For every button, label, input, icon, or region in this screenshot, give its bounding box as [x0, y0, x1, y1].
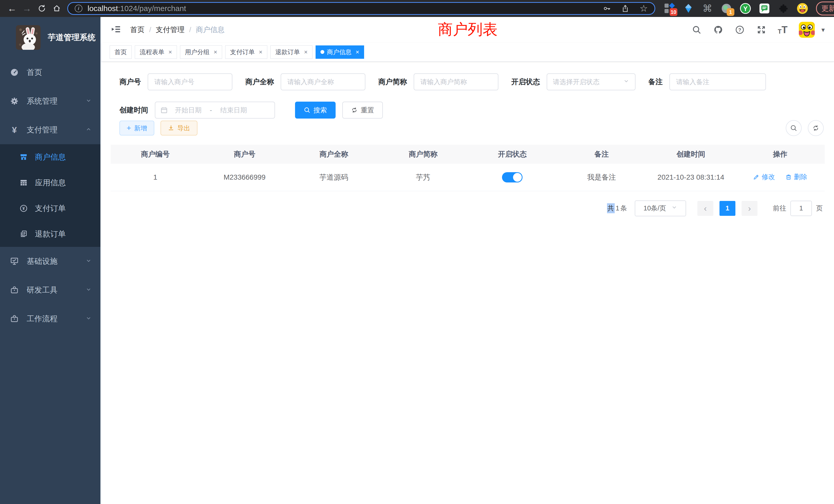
extension-circle-icon[interactable]: 1 — [721, 3, 732, 14]
extension-emoji-icon[interactable] — [796, 3, 808, 14]
bookmark-star-icon[interactable]: ☆ — [640, 4, 648, 13]
sidebar-item-home[interactable]: 首页 — [0, 58, 101, 87]
pagination: 共1条 10条/页 ‹ 1 › 前往 页 — [102, 201, 834, 216]
full-name-input[interactable] — [281, 73, 366, 90]
svg-text:Y: Y — [743, 5, 748, 12]
col-status: 开启状态 — [468, 145, 557, 164]
prev-page-button[interactable]: ‹ — [697, 201, 713, 216]
close-icon[interactable]: × — [259, 48, 262, 56]
url-text: localhost:1024/pay/merchant — [88, 4, 186, 13]
next-page-button[interactable]: › — [742, 201, 758, 216]
tab-pay-order[interactable]: 支付订单× — [225, 45, 267, 59]
sidebar-item-workflow[interactable]: 工作流程 — [0, 304, 101, 333]
app-logo-row[interactable]: 芋道管理系统 — [0, 17, 101, 58]
edit-link[interactable]: 修改 — [753, 173, 775, 181]
breadcrumb: 首页 / 支付管理 / 商户信息 — [130, 25, 225, 35]
reset-button[interactable]: 重置 — [342, 101, 383, 118]
sidebar-item-refund-order[interactable]: 退款订单 — [0, 221, 101, 247]
sidebar-item-infrastructure[interactable]: 基础设施 — [0, 247, 101, 276]
password-key-icon[interactable] — [602, 4, 611, 13]
help-icon[interactable]: ? — [734, 25, 745, 35]
browser-reload-button[interactable] — [35, 2, 49, 15]
svg-text:?: ? — [738, 27, 741, 32]
status-toggle[interactable] — [502, 172, 523, 182]
documents-icon — [20, 230, 28, 238]
sidebar-item-label: 首页 — [27, 67, 42, 78]
table-header-row: 商户编号 商户号 商户全称 商户简称 开启状态 备注 创建时间 操作 — [111, 145, 825, 164]
merchant-no-input[interactable] — [148, 73, 233, 90]
delete-link[interactable]: 删除 — [785, 173, 807, 181]
sidebar-item-system[interactable]: 系统管理 — [0, 87, 101, 115]
active-dot — [321, 50, 324, 54]
tab-user-group[interactable]: 用户分组× — [180, 45, 222, 59]
status-label: 开启状态 — [511, 77, 540, 87]
search-button[interactable]: 搜索 — [295, 101, 336, 118]
chevron-down-icon — [86, 285, 92, 294]
breadcrumb-payment[interactable]: 支付管理 — [156, 25, 184, 35]
user-avatar[interactable] — [799, 22, 815, 38]
close-icon[interactable]: × — [169, 48, 172, 56]
avatar-caret-icon[interactable]: ▾ — [821, 26, 825, 34]
cell-short-name: 芋艿 — [378, 164, 468, 191]
site-info-icon[interactable]: i — [75, 5, 83, 12]
search-form: 商户号 商户全称 商户简称 开启状态 请选择开启状态 — [102, 62, 834, 118]
breadcrumb-home[interactable]: 首页 — [130, 25, 145, 35]
close-icon[interactable]: × — [304, 48, 308, 56]
breadcrumb-current: 商户信息 — [196, 25, 225, 35]
close-icon[interactable]: × — [214, 48, 217, 56]
short-name-input[interactable] — [414, 73, 498, 90]
gear-icon — [10, 96, 19, 106]
create-time-range-picker[interactable]: 开始日期 - 结束日期 — [155, 101, 275, 118]
sidebar-item-dev-tools[interactable]: 研发工具 — [0, 276, 101, 304]
browser-forward-button[interactable]: → — [20, 2, 35, 15]
goto-page-input[interactable] — [790, 201, 812, 216]
sidebar-item-pay-order[interactable]: ¥ 支付订单 — [0, 196, 101, 221]
font-size-icon[interactable]: TT — [778, 25, 788, 35]
page-size-select[interactable]: 10条/页 — [635, 201, 686, 216]
col-actions: 操作 — [736, 145, 825, 164]
extension-grid-icon[interactable]: 10 — [663, 3, 675, 14]
extension-y-icon[interactable]: Y — [740, 3, 751, 14]
extension-puzzle-icon[interactable] — [777, 3, 789, 14]
browser-home-button[interactable] — [49, 2, 64, 15]
page-number-1[interactable]: 1 — [720, 201, 736, 216]
add-button[interactable]: + 新增 — [119, 121, 154, 136]
sidebar-item-app-info[interactable]: 应用信息 — [0, 170, 101, 196]
tab-home[interactable]: 首页 — [110, 45, 132, 59]
trash-icon — [785, 174, 792, 180]
address-bar[interactable]: i localhost:1024/pay/merchant ☆ — [67, 2, 655, 15]
export-button[interactable]: 导出 — [160, 121, 197, 136]
col-merchant-id: 商户编号 — [111, 145, 200, 164]
sidebar-item-label: 商户信息 — [35, 152, 66, 162]
share-icon[interactable] — [621, 4, 629, 13]
close-icon[interactable]: × — [356, 48, 359, 56]
tab-merchant-info[interactable]: 商户信息× — [315, 45, 364, 59]
table-row: 1 M233666999 芋道源码 芋艿 我是备注 2021-10-23 08:… — [111, 164, 825, 191]
search-icon[interactable] — [692, 25, 702, 35]
browser-update-button[interactable]: 更新 — [816, 2, 834, 16]
status-select[interactable]: 请选择开启状态 — [547, 73, 636, 90]
svg-text:¥: ¥ — [22, 206, 25, 211]
briefcase-icon — [10, 314, 19, 323]
refresh-table-button[interactable] — [808, 120, 824, 136]
fullscreen-icon[interactable] — [756, 25, 766, 35]
short-name-label: 商户简称 — [378, 77, 407, 87]
remark-input[interactable] — [670, 73, 766, 90]
sidebar-item-merchant-info[interactable]: 商户信息 — [0, 144, 101, 170]
search-icon — [790, 124, 797, 132]
extension-command-icon[interactable]: ⌘ — [702, 3, 713, 14]
sidebar-collapse-icon[interactable] — [111, 24, 121, 36]
browser-back-button[interactable]: ← — [5, 2, 20, 15]
cell-full-name: 芋道源码 — [289, 164, 378, 191]
calendar-icon — [160, 107, 168, 114]
full-name-label: 商户全称 — [245, 77, 274, 87]
extension-kite-icon[interactable] — [682, 3, 694, 14]
extension-chat-icon[interactable] — [759, 3, 770, 14]
toolbox-icon — [10, 285, 19, 295]
toggle-search-button[interactable] — [786, 120, 802, 136]
sidebar-item-payment[interactable]: ¥ 支付管理 — [0, 115, 101, 144]
github-icon[interactable] — [713, 25, 723, 35]
tab-process-form[interactable]: 流程表单× — [135, 45, 177, 59]
main-content: 商户列表 首页 / 支付管理 / 商户信息 ? — [102, 17, 834, 504]
tab-refund-order[interactable]: 退款订单× — [270, 45, 312, 59]
